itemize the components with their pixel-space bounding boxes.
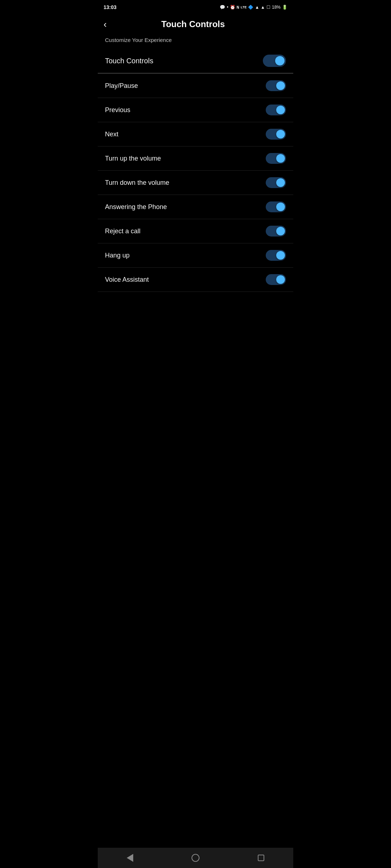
setting-row-next: Next [98,122,293,146]
setting-row-reject-call: Reject a call [98,219,293,243]
setting-label-voice-assistant: Voice Assistant [105,276,149,284]
lte-icon: LTE [241,5,247,9]
battery-text: 18% [272,5,281,10]
alarm-icon: ⏰ [230,5,235,10]
status-time: 13:03 [104,4,117,10]
toggle-reject-call[interactable] [266,226,286,237]
signal-icon: ▲ [261,5,265,10]
battery-icon: 🔋 [282,5,287,10]
setting-row-answer-phone: Answering the Phone [98,195,293,219]
toggle-thumb [276,130,285,139]
toggle-answer-phone[interactable] [266,201,286,212]
setting-label-reject-call: Reject a call [105,227,140,235]
nfc-icon: N [237,5,239,9]
setting-label-play-pause: Play/Pause [105,82,138,90]
toggle-voice-assistant[interactable] [266,274,286,285]
toggle-thumb [276,251,285,260]
setting-label-volume-down: Turn down the volume [105,179,169,187]
toggle-thumb [276,178,285,187]
toggle-thumb [275,56,285,65]
toggle-thumb [276,203,285,211]
nav-home-button[interactable] [192,854,199,862]
home-circle-icon [192,854,199,862]
setting-row-volume-down: Turn down the volume [98,171,293,195]
page-title: Touch Controls [110,19,287,29]
toggle-volume-down[interactable] [266,177,286,188]
setting-row-voice-assistant: Voice Assistant [98,268,293,292]
wifi-icon: ▲ [255,5,259,10]
toggle-thumb [276,81,285,90]
toggle-play-pause[interactable] [266,80,286,91]
bluetooth-icon: 🔷 [248,5,253,10]
toggle-volume-up[interactable] [266,153,286,164]
main-touch-controls-toggle[interactable] [263,55,286,67]
back-triangle-icon [127,854,133,862]
toggle-hang-up[interactable] [266,250,286,261]
nav-back-button[interactable] [127,854,133,862]
setting-label-next: Next [105,131,118,138]
subtitle: Customize Your Experience [98,35,293,49]
back-button[interactable]: ‹ [104,18,110,30]
recents-square-icon [258,855,264,861]
toggle-thumb [276,106,285,114]
setting-label-previous: Previous [105,106,130,114]
setting-row-volume-up: Turn up the volume [98,146,293,171]
setting-row-play-pause: Play/Pause [98,74,293,98]
toggle-thumb [276,227,285,235]
setting-label-answer-phone: Answering the Phone [105,203,167,211]
toggle-next[interactable] [266,129,286,140]
main-touch-controls-label: Touch Controls [105,57,153,65]
setting-row-hang-up: Hang up [98,243,293,268]
setting-row-previous: Previous [98,98,293,122]
dot-indicator: • [227,5,228,10]
whatsapp-icon: 💬 [220,5,225,10]
toggle-thumb [276,275,285,284]
settings-list: Play/Pause Previous Next Turn up the vol… [98,74,293,292]
setting-label-volume-up: Turn up the volume [105,155,161,162]
nav-recents-button[interactable] [258,855,264,861]
status-icons: 💬 • ⏰ N LTE 🔷 ▲ ▲ ☐ 18% 🔋 [220,5,287,10]
main-touch-controls-row: Touch Controls [98,49,293,73]
toggle-thumb [276,154,285,163]
toggle-previous[interactable] [266,105,286,115]
status-bar: 13:03 💬 • ⏰ N LTE 🔷 ▲ ▲ ☐ 18% 🔋 [98,0,293,13]
setting-label-hang-up: Hang up [105,252,130,259]
nav-bar [98,848,293,868]
no-signal-icon: ☐ [266,5,270,10]
header: ‹ Touch Controls [98,13,293,35]
